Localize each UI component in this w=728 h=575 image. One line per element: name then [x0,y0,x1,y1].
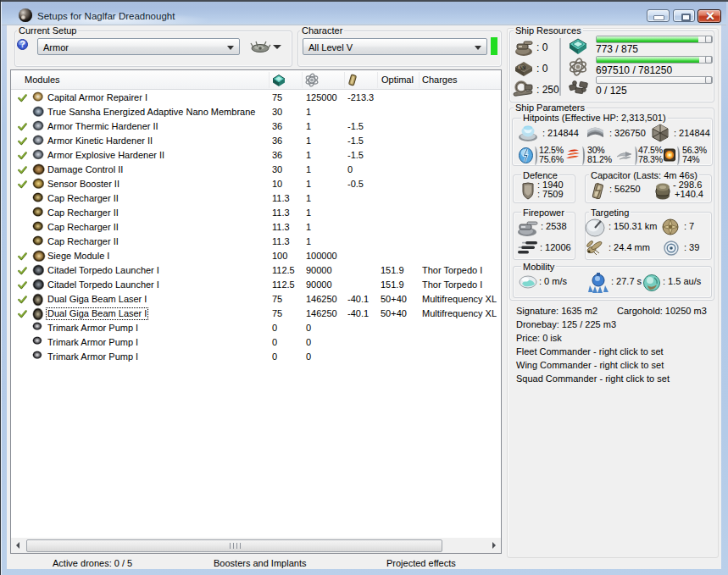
svg-text:?: ? [19,40,25,49]
svg-text:NN: NN [520,65,526,70]
